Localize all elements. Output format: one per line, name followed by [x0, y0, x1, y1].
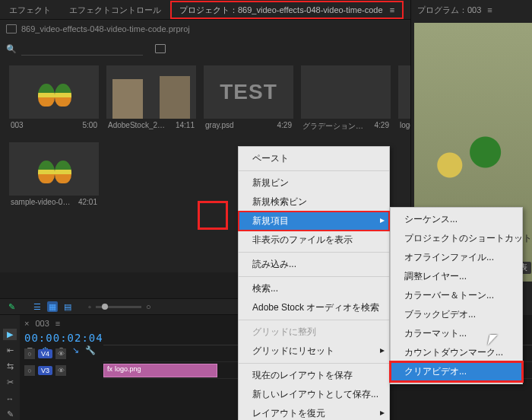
thumb-image	[9, 142, 99, 196]
search-input[interactable]	[21, 42, 143, 56]
menu-item[interactable]: カウントダウンマーク...	[391, 343, 522, 362]
thumb-item[interactable]: 0035:00	[9, 65, 99, 132]
track-label[interactable]: V3	[38, 366, 52, 375]
freeform-view-icon[interactable]: ▤	[62, 301, 73, 312]
thumb-item[interactable]: AdobeStock_2011547...14:11	[106, 65, 196, 132]
thumb-duration: 4:29	[277, 121, 292, 129]
thumb-image	[106, 65, 196, 119]
tab-effects[interactable]: エフェクト	[0, 0, 60, 20]
program-tab[interactable]: プログラム：003 ≡	[411, 0, 532, 20]
thumb-test-text: TEST	[220, 80, 277, 104]
menu-item: グリッドに整列	[239, 323, 389, 342]
list-view-icon[interactable]: ☰	[32, 301, 43, 312]
thumb-duration: 14:11	[176, 121, 195, 129]
pen-tool-icon[interactable]: ✎	[3, 409, 17, 420]
annotation-red-box	[198, 201, 228, 230]
menu-item[interactable]: レイアウトを復元▸	[239, 404, 389, 420]
tab-project-menu-icon[interactable]: ≡	[390, 5, 394, 14]
timeline-menu-icon[interactable]: ≡	[55, 319, 60, 328]
timeline-tool-palette: ▶ ⇤ ⇆ ✂ ↔ ✎	[0, 315, 20, 420]
ripple-tool-icon[interactable]: ⇆	[3, 361, 17, 372]
menu-item[interactable]: 読み込み...	[239, 255, 389, 274]
menu-item[interactable]: カラーマット...	[391, 324, 522, 343]
track-toggle-icon[interactable]: ○	[24, 348, 35, 359]
menu-separator	[239, 252, 389, 253]
menu-item[interactable]: 新しいレイアウトとして保存...	[239, 385, 389, 404]
clip-name: logo.png	[115, 365, 141, 373]
menu-item[interactable]: 非表示のファイルを表示	[239, 231, 389, 250]
thumb-image	[9, 65, 99, 119]
search-icon: 🔍	[6, 44, 17, 54]
timeline-sequence-name[interactable]: 003	[35, 319, 49, 328]
tab-project-label: プロジェクト：869_video-effects-048-video-time-…	[179, 5, 383, 14]
program-tab-menu-icon[interactable]: ≡	[487, 5, 492, 14]
menu-separator	[239, 363, 389, 364]
tab-project[interactable]: プロジェクト：869_video-effects-048-video-time-…	[170, 1, 404, 19]
razor-tool-icon[interactable]: ✂	[3, 377, 17, 388]
menu-item[interactable]: 検索...	[239, 279, 389, 298]
track-eye-icon[interactable]: 👁	[55, 348, 66, 359]
thumb-name: AdobeStock_2011547...	[108, 121, 169, 129]
thumb-name: グラデーション.psd	[302, 121, 363, 132]
tab-effect-controls[interactable]: エフェクトコントロール	[60, 0, 170, 20]
menu-item[interactable]: 新規項目▸	[239, 212, 389, 231]
menu-item[interactable]: 調整レイヤー...	[391, 267, 522, 286]
menu-item[interactable]: グリッドにリセット▸	[239, 342, 389, 361]
menu-item[interactable]: シーケンス...	[391, 210, 522, 229]
timeline-close-icon[interactable]: ×	[24, 319, 29, 328]
timeline-clip[interactable]: fxlogo.png	[103, 364, 217, 377]
thumb-image: TEST	[204, 65, 293, 119]
menu-separator	[239, 170, 389, 171]
submenu-arrow-icon: ▸	[380, 215, 385, 225]
filter-bins-icon[interactable]	[155, 44, 166, 53]
context-submenu: シーケンス...プロジェクトのショートカット...オフラインファイル...調整レ…	[390, 207, 523, 384]
track-label[interactable]: V4	[38, 349, 52, 358]
thumb-item[interactable]: sample-video-001.mp442:01	[9, 142, 99, 206]
menu-item[interactable]: 新規ビン	[239, 173, 389, 192]
thumb-name: sample-video-001.mp4	[11, 198, 71, 206]
track-toggle-icon[interactable]: ○	[24, 365, 35, 376]
zoom-slider[interactable]	[96, 306, 141, 308]
thumb-name: gray.psd	[205, 121, 234, 129]
thumb-item[interactable]: グラデーション.psd4:29	[301, 65, 391, 132]
menu-item[interactable]: ペースト	[239, 149, 389, 168]
submenu-arrow-icon: ▸	[380, 407, 385, 418]
project-filename: 869_video-effects-048-video-time-code.pr…	[21, 24, 190, 33]
thumb-duration: 4:29	[375, 121, 389, 132]
menu-item[interactable]: オフラインファイル...	[391, 248, 522, 267]
bin-icon	[6, 24, 17, 33]
pen-icon[interactable]: ✎	[6, 301, 17, 312]
menu-item[interactable]: プロジェクトのショートカット...	[391, 229, 522, 248]
menu-separator	[239, 276, 389, 277]
thumb-duration: 5:00	[83, 121, 97, 129]
menu-item[interactable]: Adobe Stock オーディオを検索	[239, 298, 389, 317]
menu-item[interactable]: ブラックビデオ...	[391, 305, 522, 324]
thumb-duration: 42:01	[78, 198, 97, 206]
zoom-slider-min-icon: ◦	[88, 302, 91, 311]
track-eye-icon[interactable]: 👁	[55, 365, 66, 376]
submenu-arrow-icon: ▸	[380, 345, 385, 355]
menu-item[interactable]: 現在のレイアウトを保存	[239, 366, 389, 385]
thumb-item[interactable]: TEST gray.psd4:29	[204, 65, 293, 132]
track-select-tool-icon[interactable]: ⇤	[3, 345, 17, 356]
context-menu: ペースト新規ビン新規検索ビン新規項目▸非表示のファイルを表示読み込み...検索.…	[238, 146, 390, 420]
thumb-name: 003	[11, 121, 24, 129]
menu-item[interactable]: 新規検索ビン	[239, 192, 389, 212]
slip-tool-icon[interactable]: ↔	[3, 393, 17, 404]
icon-view-icon[interactable]: ▦	[47, 301, 58, 312]
menu-item[interactable]: クリアビデオ...	[391, 362, 522, 381]
menu-separator	[239, 320, 389, 320]
menu-item[interactable]: カラーバー＆トーン...	[391, 286, 522, 305]
thumb-image	[301, 65, 391, 119]
selection-tool-icon[interactable]: ▶	[3, 329, 17, 340]
zoom-slider-max-icon: ○	[146, 302, 151, 311]
program-tab-label: プログラム：003	[417, 5, 481, 16]
